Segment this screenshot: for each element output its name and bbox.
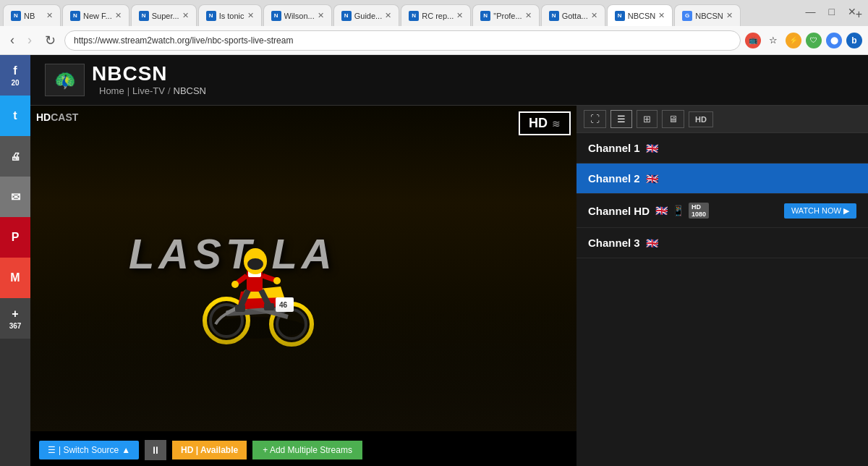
svg-point-23 [273, 277, 281, 284]
svg-point-22 [231, 281, 239, 288]
tab-favicon: N [139, 11, 149, 21]
tab-close-icon[interactable]: ✕ [182, 11, 189, 20]
tab-close-icon[interactable]: ✕ [115, 11, 122, 20]
tab-title: Super... [152, 12, 179, 20]
tab-title: "Profe... [493, 12, 522, 20]
cast-icon[interactable]: 📺 [745, 33, 761, 48]
tab-close-icon[interactable]: ✕ [318, 11, 324, 20]
channel-item-ch2[interactable]: Channel 2🇬🇧 [576, 164, 868, 194]
profile-icon[interactable]: b [846, 33, 862, 48]
tab-close-icon[interactable]: ✕ [46, 11, 53, 20]
tab-close-icon[interactable]: ✕ [726, 11, 733, 20]
breadcrumb-live-tv[interactable]: Live-TV [132, 85, 165, 96]
maximize-button[interactable]: □ [823, 4, 841, 19]
minimize-button[interactable]: — [800, 4, 822, 19]
channel-item-ch3[interactable]: Channel 3🇬🇧 [576, 228, 868, 258]
browser-tab-t6[interactable]: N Guide... ✕ [333, 4, 400, 26]
chrome-icon[interactable]: ⬤ [826, 33, 842, 48]
tab-title: NB [24, 12, 43, 20]
tab-close-icon[interactable]: ✕ [658, 11, 665, 20]
hdcast-label: HDCAST [36, 111, 78, 123]
tab-title: Is tonic [219, 12, 244, 20]
browser-tab-t8[interactable]: N "Profe... ✕ [472, 4, 539, 26]
grid-view-button[interactable]: ⊞ [637, 110, 658, 128]
list-view-button[interactable]: ☰ [610, 110, 632, 128]
social-pinterest[interactable]: P [0, 217, 30, 258]
channel-flag: 🇬🇧 [646, 143, 658, 154]
social-facebook[interactable]: f 20 [0, 55, 30, 96]
tab-favicon: N [341, 11, 352, 21]
channel-flag: 🇬🇧 [646, 237, 658, 249]
add-streams-button[interactable]: + Add Multiple Streams [252, 441, 362, 459]
facebook-icon: f [13, 64, 17, 77]
tab-close-icon[interactable]: ✕ [591, 11, 597, 20]
breadcrumb-home[interactable]: Home [99, 85, 124, 96]
tab-close-icon[interactable]: ✕ [456, 11, 463, 20]
site-title: NBCSN [92, 62, 206, 85]
tab-title: NBCSN [695, 12, 723, 20]
refresh-button[interactable]: ↻ [41, 31, 60, 50]
browser-tab-t2[interactable]: N New F... ✕ [62, 4, 129, 26]
plus-count: 367 [9, 322, 22, 330]
channel-item-ch1[interactable]: Channel 1🇬🇧 [576, 133, 868, 164]
switch-source-label: | Switch Source [59, 445, 119, 455]
breadcrumb-current: NBCSN [174, 85, 207, 96]
tab-favicon: G [682, 11, 692, 21]
close-button[interactable]: ✕ [842, 4, 862, 19]
switch-source-button[interactable]: ☰ | Switch Source ▲ [39, 441, 139, 459]
hd-quality-button[interactable]: HD [689, 111, 713, 127]
video-player[interactable]: LAST LA [30, 106, 576, 431]
switch-source-list-icon: ☰ [48, 445, 56, 455]
pinterest-icon: P [12, 231, 20, 244]
tab-favicon: N [70, 11, 80, 21]
hd-badge-small: HD1080 [689, 203, 709, 219]
video-channel-row: HDCAST LAST LA [30, 106, 868, 466]
social-sidebar: f 20 t 🖨 ✉ P M + 367 [0, 55, 30, 466]
main-area: 🦚 NBCSN Home | Live-TV / NBCSN [30, 55, 868, 466]
video-controls-bar: ☰ | Switch Source ▲ ⏸ HD | Available + A… [30, 434, 576, 466]
browser-tab-t1[interactable]: N NB ✕ [3, 4, 61, 26]
switch-source-arrow-icon: ▲ [122, 445, 130, 455]
tabs-wrapper: N NB ✕ N New F... ✕ N Super... ✕ N Is to… [3, 4, 850, 26]
social-gmail[interactable]: M [0, 258, 30, 298]
tab-favicon: N [549, 11, 559, 21]
browser-chrome: N NB ✕ N New F... ✕ N Super... ✕ N Is to… [0, 0, 868, 55]
tab-close-icon[interactable]: ✕ [385, 11, 391, 20]
tab-title: RC rep... [422, 12, 454, 20]
back-button[interactable]: ‹ [6, 31, 19, 49]
social-plus[interactable]: + 367 [0, 298, 30, 339]
tab-close-icon[interactable]: ✕ [525, 11, 532, 20]
pause-button[interactable]: ⏸ [145, 440, 166, 460]
expand-icon-button[interactable]: ⛶ [584, 110, 606, 128]
browser-tab-t9[interactable]: N Gotta... ✕ [541, 4, 605, 26]
social-email[interactable]: ✉ [0, 177, 30, 217]
browser-tab-t10[interactable]: N NBCSN ✕ [607, 4, 673, 26]
browser-tab-t7[interactable]: N RC rep... ✕ [401, 4, 471, 26]
vpn-icon[interactable]: 🛡 [806, 33, 822, 48]
window-controls: — □ ✕ [794, 4, 868, 19]
channel-item-chHD[interactable]: Channel HD🇬🇧📱HD1080WATCH NOW ▶ [576, 194, 868, 228]
plus-icon: + [12, 308, 18, 321]
watch-now-button[interactable]: WATCH NOW ▶ [784, 203, 856, 219]
browser-tab-t11[interactable]: G NBCSN ✕ [674, 4, 741, 26]
channel-name: Channel 3 [588, 237, 640, 249]
browser-tab-t3[interactable]: N Super... ✕ [131, 4, 197, 26]
tab-title: Gotta... [562, 12, 588, 20]
channel-name: Channel 1 [588, 142, 640, 154]
social-print[interactable]: 🖨 [0, 136, 30, 177]
logo-box: 🦚 [45, 64, 85, 96]
forward-button[interactable]: › [23, 31, 36, 49]
browser-tab-t5[interactable]: N Wilson... ✕ [263, 4, 332, 26]
url-bar[interactable] [64, 30, 741, 51]
pause-icon: ⏸ [150, 444, 161, 456]
extension-icon[interactable]: ⚡ [786, 33, 801, 48]
hd-badge: HD ≋ [519, 111, 571, 135]
social-twitter[interactable]: t [0, 96, 30, 136]
star-icon[interactable]: ☆ [765, 33, 781, 48]
hd-available-button[interactable]: HD | Available [172, 441, 247, 459]
monitor-view-button[interactable]: 🖥 [662, 110, 684, 128]
tab-close-icon[interactable]: ✕ [247, 11, 254, 20]
browser-tab-t4[interactable]: N Is tonic ✕ [198, 4, 262, 26]
hd-waves-icon: ≋ [552, 118, 561, 130]
site-logo: 🦚 NBCSN Home | Live-TV / NBCSN [45, 62, 206, 98]
